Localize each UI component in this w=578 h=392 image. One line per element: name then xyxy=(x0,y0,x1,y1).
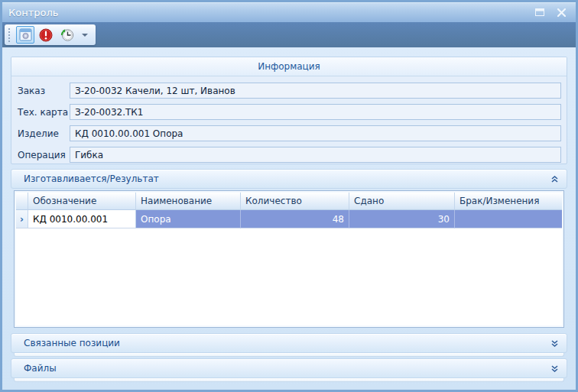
cell-name[interactable]: Опора xyxy=(136,210,241,228)
field-row-techcard: Тех. карта xyxy=(18,104,561,120)
error-button[interactable] xyxy=(37,26,55,44)
toolbar-band xyxy=(2,22,576,47)
toolbar xyxy=(5,24,96,45)
chevron-down-icon xyxy=(82,34,88,37)
cell-designation[interactable]: КД 0010.00.001 xyxy=(28,210,136,228)
cell-delivered[interactable]: 30 xyxy=(349,210,455,228)
product-field[interactable] xyxy=(70,125,561,141)
related-items-collapsed-body xyxy=(14,353,564,357)
history-clock-icon xyxy=(60,28,74,42)
operation-label: Операция xyxy=(18,150,70,160)
grid-indicator-header xyxy=(16,193,28,210)
table-row[interactable]: › КД 0010.00.001 Опора 48 30 xyxy=(16,210,562,228)
field-row-product: Изделие xyxy=(18,125,561,141)
files-section-header[interactable]: Файлы xyxy=(11,358,567,378)
operation-field[interactable] xyxy=(70,147,561,163)
maximize-button[interactable] xyxy=(531,5,548,19)
field-row-order: Заказ xyxy=(18,83,561,99)
column-header-designation[interactable]: Обозначение xyxy=(28,193,136,210)
column-header-quantity[interactable]: Количество xyxy=(241,193,349,210)
row-indicator-icon: › xyxy=(16,210,28,228)
techcard-field[interactable] xyxy=(70,104,561,120)
form-settings-icon xyxy=(19,28,32,41)
titlebar: Контроль xyxy=(2,2,576,22)
main-content: Информация Заказ Тех. карта Изделие Опер… xyxy=(2,47,576,390)
order-field[interactable] xyxy=(70,83,561,99)
info-group-title: Информация xyxy=(258,61,320,72)
product-label: Изделие xyxy=(18,128,70,139)
related-items-title: Связанные позиции xyxy=(24,338,549,348)
order-label: Заказ xyxy=(18,86,70,96)
toolbar-options-button[interactable] xyxy=(80,26,89,44)
double-chevron-down-icon xyxy=(550,339,559,348)
close-button[interactable] xyxy=(553,5,570,19)
techcard-label: Тех. карта xyxy=(18,107,70,118)
collapse-button[interactable] xyxy=(549,173,560,184)
double-chevron-up-icon xyxy=(550,175,559,183)
history-button[interactable] xyxy=(57,26,76,44)
close-icon xyxy=(557,8,566,17)
result-grid: Обозначение Наименование Количество Сдан… xyxy=(14,190,564,328)
error-icon xyxy=(39,28,53,42)
column-header-defects[interactable]: Брак/Изменения xyxy=(455,193,562,210)
form-settings-button[interactable] xyxy=(16,26,34,44)
column-header-name[interactable]: Наименование xyxy=(136,193,241,210)
result-grid-inner: Обозначение Наименование Количество Сдан… xyxy=(15,191,563,327)
result-section-header[interactable]: Изготавливается/Результат xyxy=(11,169,567,189)
double-chevron-down-icon xyxy=(550,364,559,373)
expand-button[interactable] xyxy=(549,338,560,348)
result-section-title: Изготавливается/Результат xyxy=(24,173,549,184)
column-header-delivered[interactable]: Сдано xyxy=(349,193,455,210)
maximize-icon xyxy=(535,8,544,16)
files-collapsed-body xyxy=(14,378,564,382)
info-groupbox: Информация Заказ Тех. карта Изделие Опер… xyxy=(11,57,567,164)
info-fields: Заказ Тех. карта Изделие Операция xyxy=(11,76,567,163)
files-title: Файлы xyxy=(24,363,549,374)
window-title: Контроль xyxy=(8,7,527,18)
toolbar-drag-handle[interactable] xyxy=(8,28,11,42)
field-row-operation: Операция xyxy=(18,147,561,163)
info-group-header: Информация xyxy=(11,57,567,76)
cell-defects[interactable] xyxy=(455,210,562,228)
control-window: Контроль xyxy=(0,0,578,392)
expand-button[interactable] xyxy=(549,363,560,374)
grid-header-row: Обозначение Наименование Количество Сдан… xyxy=(16,193,562,210)
grid-empty-area xyxy=(16,228,562,326)
cell-quantity[interactable]: 48 xyxy=(241,210,349,228)
related-items-section-header[interactable]: Связанные позиции xyxy=(11,333,567,353)
